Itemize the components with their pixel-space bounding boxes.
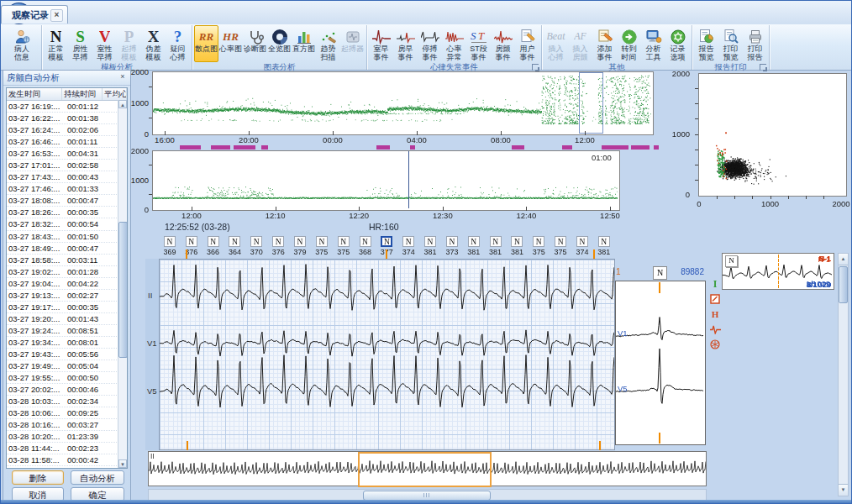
beat-annotation[interactable]: N 375: [550, 236, 571, 259]
af-episode-bar[interactable]: [410, 145, 415, 150]
af-episode-bar[interactable]: [234, 145, 255, 150]
question-beat-button[interactable]: ? 疑问 心搏: [166, 25, 190, 62]
beat-annotation[interactable]: N 379: [289, 236, 311, 259]
af-episode-row[interactable]: 03-27 19:04:... 00:04:22: [7, 278, 127, 290]
scrollbar-thumb[interactable]: [118, 222, 128, 358]
pause-event-button[interactable]: 停搏 事件: [418, 25, 442, 62]
add-event-button[interactable]: 添加 事件: [592, 25, 617, 62]
print-report-button[interactable]: 打印 报告: [743, 25, 767, 62]
pacemaker-button[interactable]: 起搏器: [340, 25, 365, 62]
af-episode-bar[interactable]: [261, 145, 268, 150]
af-episode-row[interactable]: 03-27 18:58:... 00:03:11: [7, 255, 127, 266]
pac-event-button[interactable]: 房早 事件: [393, 25, 418, 62]
beat-annotation[interactable]: N 366: [202, 236, 224, 259]
af-episode-row[interactable]: 03-27 16:24:... 00:02:06: [7, 124, 127, 136]
insert-af-button[interactable]: AF 插入 房颤: [568, 25, 592, 62]
report-preview-button[interactable]: 报告 预览: [694, 25, 718, 62]
beat-annotation[interactable]: N 376: [181, 236, 202, 259]
af-episode-bar[interactable]: [562, 145, 572, 150]
af-episode-row[interactable]: 03-27 19:17:... 00:00:35: [7, 302, 127, 313]
col-start-time[interactable]: 发生时间: [7, 88, 62, 100]
beat-annotation[interactable]: N 369: [159, 236, 181, 259]
beat-annotation[interactable]: N 368: [355, 236, 376, 259]
normal-template-button[interactable]: N 正常 模板: [44, 25, 68, 62]
overview-chart-button[interactable]: 全览图: [267, 25, 292, 62]
trend-scan-button[interactable]: 趋势 扫描: [316, 25, 340, 62]
hr-chart-button[interactable]: HR 心率图: [218, 25, 243, 62]
af-episode-row[interactable]: 03-27 16:53:... 00:04:31: [7, 148, 127, 160]
beat-annotation[interactable]: N 364: [224, 236, 246, 259]
af-episode-row[interactable]: 03-27 17:01:... 00:02:58: [7, 160, 127, 171]
scroll-up-icon[interactable]: ▲: [839, 254, 848, 265]
analysis-tools-button[interactable]: 分析 工具: [641, 25, 665, 62]
trend-selection-window[interactable]: [579, 72, 603, 134]
overview-selection-box[interactable]: [358, 452, 492, 487]
col-mean-hr[interactable]: 平均心率: [103, 88, 127, 100]
scroll-down-icon[interactable]: ▼: [118, 459, 127, 468]
beat-annotation[interactable]: N 370: [245, 236, 267, 259]
delete-button[interactable]: 删除: [12, 470, 64, 485]
col-duration[interactable]: 持续时间: [62, 88, 103, 100]
af-episode-row[interactable]: 03-27 18:32:... 00:00:54: [7, 218, 127, 230]
beat-annotation[interactable]: N 375: [333, 236, 355, 259]
sidebar-scrollbar[interactable]: ▲ ▼: [118, 100, 127, 468]
af-episode-row[interactable]: 03-28 10:16:... 00:03:27: [7, 419, 127, 431]
af-episode-bar[interactable]: [180, 145, 201, 150]
af-episode-row[interactable]: 03-27 18:49:... 00:00:47: [7, 243, 127, 255]
insert-beat-button[interactable]: Beat 插入 心搏: [544, 25, 568, 62]
caliper-tool[interactable]: H: [712, 308, 719, 320]
af-episode-bar[interactable]: [376, 145, 390, 150]
beat-annotation[interactable]: N 381: [463, 236, 485, 259]
af-episode-bar[interactable]: [602, 145, 628, 150]
patient-info-button[interactable]: 病人 信息: [4, 25, 39, 62]
scroll-up-icon[interactable]: ▲: [118, 100, 127, 108]
af-episode-row[interactable]: 03-27 19:49:... 00:05:04: [7, 360, 127, 372]
select-tool[interactable]: I: [713, 278, 718, 290]
diagnosis-chart-button[interactable]: 诊断图: [243, 25, 267, 62]
time-cursor[interactable]: [408, 151, 409, 208]
record-options-button[interactable]: 记录 选项: [665, 25, 690, 62]
center-beat-tool[interactable]: [710, 339, 720, 350]
beat-annotation[interactable]: N 381: [507, 236, 529, 259]
beat-annotation[interactable]: N 373: [441, 236, 463, 259]
beat-annotation[interactable]: N 381: [593, 236, 615, 259]
paced-template-button[interactable]: P 起搏 模板: [117, 25, 141, 62]
rr-scatter-button[interactable]: RR 散点图: [194, 25, 218, 62]
af-episode-row[interactable]: 03-28 11:58:... 00:00:42: [7, 454, 127, 466]
ecg-strip[interactable]: [159, 259, 615, 450]
af-episode-row[interactable]: 03-27 18:43:... 00:01:50: [7, 231, 127, 243]
horizontal-scrollbar[interactable]: [148, 489, 707, 501]
af-episode-row[interactable]: 03-27 16:19:... 00:01:12: [7, 101, 127, 113]
wave-tool[interactable]: [710, 323, 721, 335]
af-episode-row[interactable]: 03-28 10:20:... 01:23:39: [7, 431, 127, 443]
st-event-button[interactable]: ST ST段 事件: [466, 25, 491, 62]
goto-time-button[interactable]: 转到 时间: [617, 25, 641, 62]
af-episode-row[interactable]: 03-28 11:44:... 00:02:23: [7, 443, 127, 454]
user-event-button[interactable]: 用户 事件: [515, 25, 539, 62]
poincare-chart[interactable]: [698, 73, 847, 197]
hr-abnormal-event-button[interactable]: 心率 异常: [442, 25, 466, 62]
beat-annotation[interactable]: N 375: [311, 236, 333, 259]
print-preview-button[interactable]: 打印 预览: [718, 25, 743, 62]
af-episode-row[interactable]: 03-28 10:06:... 00:09:25: [7, 407, 127, 419]
beat-annotation[interactable]: N 374: [397, 236, 419, 259]
af-episode-row[interactable]: 03-27 19:13:... 00:02:27: [7, 290, 127, 302]
thumbnail-scrollbar[interactable]: ▲ ▼: [838, 253, 849, 496]
af-episode-row[interactable]: 03-27 16:46:... 00:01:11: [7, 136, 127, 148]
pvc-event-button[interactable]: 室早 事件: [369, 25, 393, 62]
ventricular-premature-template-button[interactable]: V 室性 早搏: [92, 25, 117, 62]
af-episode-row[interactable]: 03-27 20:02:... 00:00:46: [7, 384, 127, 396]
scrollbar-thumb[interactable]: [839, 266, 848, 303]
tab-close-icon[interactable]: ×: [50, 9, 63, 22]
scroll-down-icon[interactable]: ▼: [839, 484, 848, 496]
af-episode-row[interactable]: 03-27 19:24:... 00:08:51: [7, 325, 127, 337]
histogram-button[interactable]: 直方图: [292, 25, 316, 62]
af-episode-bar[interactable]: [211, 145, 230, 150]
atrial-premature-template-button[interactable]: S 房性 早搏: [68, 25, 92, 62]
af-episode-bar[interactable]: [631, 145, 650, 150]
af-episode-bar[interactable]: [654, 145, 659, 150]
af-episode-bar[interactable]: [512, 145, 524, 150]
beat-annotation[interactable]: N 375: [528, 236, 550, 259]
af-episode-row[interactable]: 03-28 10:03:... 00:02:34: [7, 396, 127, 407]
beat-annotation[interactable]: N 376: [267, 236, 289, 259]
